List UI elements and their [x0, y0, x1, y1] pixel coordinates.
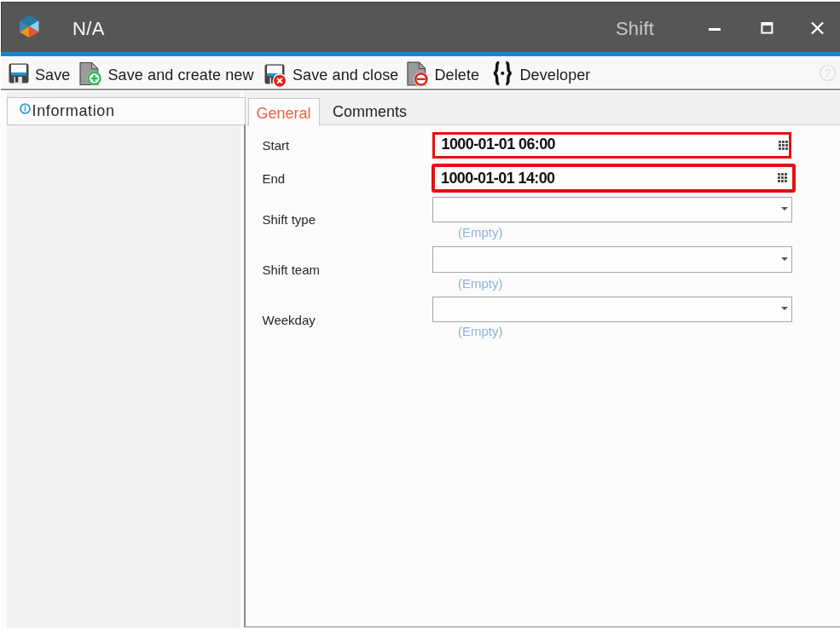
svg-text:?: ?	[825, 66, 831, 79]
